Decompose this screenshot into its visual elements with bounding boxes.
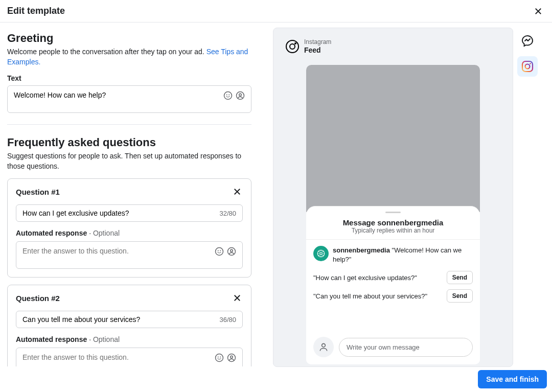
greeting-subtitle: Welcome people to the conversation after… xyxy=(7,47,251,67)
save-button[interactable]: Save and finish xyxy=(478,370,547,388)
question-1-label: Question #1 xyxy=(16,188,60,196)
sheet-title: Message sonnenbergmedia xyxy=(313,218,473,227)
preview-image-placeholder xyxy=(306,65,480,212)
instagram-icon xyxy=(521,60,534,73)
question-1-count: 32/80 xyxy=(219,210,236,217)
svg-point-2 xyxy=(228,95,229,96)
svg-point-11 xyxy=(218,357,219,358)
remove-question-2[interactable] xyxy=(232,292,243,304)
compose-input[interactable]: Write your own message xyxy=(339,338,473,357)
editor-panel: Greeting Welcome people to the conversat… xyxy=(0,22,259,366)
svg-point-5 xyxy=(216,248,223,256)
svg-point-16 xyxy=(320,252,323,255)
question-1-input-wrap[interactable]: 32/80 xyxy=(16,204,243,222)
greeting-textarea[interactable]: Welcome! How can we help? xyxy=(14,91,223,107)
send-button-1[interactable]: Send xyxy=(447,271,473,284)
svg-point-6 xyxy=(218,250,219,251)
svg-point-12 xyxy=(220,357,221,358)
question-2-input[interactable] xyxy=(22,315,219,324)
channel-switcher xyxy=(517,31,538,361)
send-button-2[interactable]: Send xyxy=(447,289,473,303)
avatar xyxy=(313,246,329,261)
close-button[interactable] xyxy=(532,5,545,18)
sheet-handle xyxy=(385,212,401,213)
instagram-channel[interactable] xyxy=(517,56,538,77)
greeting-text-label: Text xyxy=(7,74,251,82)
svg-point-7 xyxy=(220,250,221,251)
faq-subtitle: Suggest questions for people to ask. The… xyxy=(7,151,251,171)
page-title: Edit template xyxy=(7,6,65,16)
svg-point-17 xyxy=(322,343,326,347)
answer-1-textbox[interactable] xyxy=(16,241,243,269)
svg-point-20 xyxy=(530,63,531,64)
auto-response-label-1: Automated response · Optional xyxy=(16,229,243,237)
instagram-icon xyxy=(286,40,299,53)
remove-question-1[interactable] xyxy=(232,186,243,197)
camera-button[interactable] xyxy=(313,337,334,357)
preview-panel: Instagram Feed Message sonnenbergmedia T… xyxy=(259,22,552,366)
answer-2-textbox[interactable] xyxy=(16,348,243,366)
suggestion-row-1: "How can I get exclusive updates?" Send xyxy=(313,271,473,284)
answer-2-textarea[interactable] xyxy=(22,353,215,366)
svg-point-1 xyxy=(226,95,227,96)
close-icon xyxy=(534,7,543,16)
sheet-subtitle: Typically replies within an hour xyxy=(313,227,473,234)
messenger-channel[interactable] xyxy=(517,31,538,51)
person-icon[interactable] xyxy=(227,353,236,364)
phone-preview: Message sonnenbergmedia Typically replie… xyxy=(306,65,480,364)
question-card-2: Question #2 36/80 Automated response · O… xyxy=(7,285,251,366)
question-2-label: Question #2 xyxy=(16,294,60,303)
svg-point-9 xyxy=(231,250,233,252)
svg-point-0 xyxy=(224,92,232,100)
question-card-1: Question #1 32/80 Automated response · O… xyxy=(7,178,251,278)
svg-point-14 xyxy=(231,356,233,359)
svg-point-19 xyxy=(525,64,530,69)
faq-title: Frequently asked questions xyxy=(7,136,251,149)
emoji-icon[interactable] xyxy=(215,353,224,364)
greeting-title: Greeting xyxy=(7,32,251,45)
question-2-input-wrap[interactable]: 36/80 xyxy=(16,311,243,328)
greeting-message-row: sonnenbergmedia "Welcome! How can we hel… xyxy=(313,246,473,264)
auto-response-label-2: Automated response · Optional xyxy=(16,335,243,343)
suggestion-row-2: "Can you tell me about your services?" S… xyxy=(313,289,473,303)
messenger-icon xyxy=(521,35,534,47)
question-2-count: 36/80 xyxy=(219,316,236,324)
emoji-icon[interactable] xyxy=(223,91,233,102)
svg-point-10 xyxy=(216,354,223,362)
camera-icon xyxy=(318,342,329,352)
person-icon[interactable] xyxy=(227,247,236,258)
preview-card: Instagram Feed Message sonnenbergmedia T… xyxy=(273,28,513,367)
person-icon[interactable] xyxy=(236,91,245,102)
answer-1-textarea[interactable] xyxy=(22,247,215,263)
emoji-icon[interactable] xyxy=(215,247,224,258)
preview-placement: Feed xyxy=(304,46,321,54)
greeting-textbox[interactable]: Welcome! How can we help? xyxy=(7,85,251,113)
svg-point-4 xyxy=(239,94,242,96)
question-1-input[interactable] xyxy=(22,209,219,217)
svg-rect-18 xyxy=(522,61,533,72)
preview-platform: Instagram xyxy=(304,38,331,45)
